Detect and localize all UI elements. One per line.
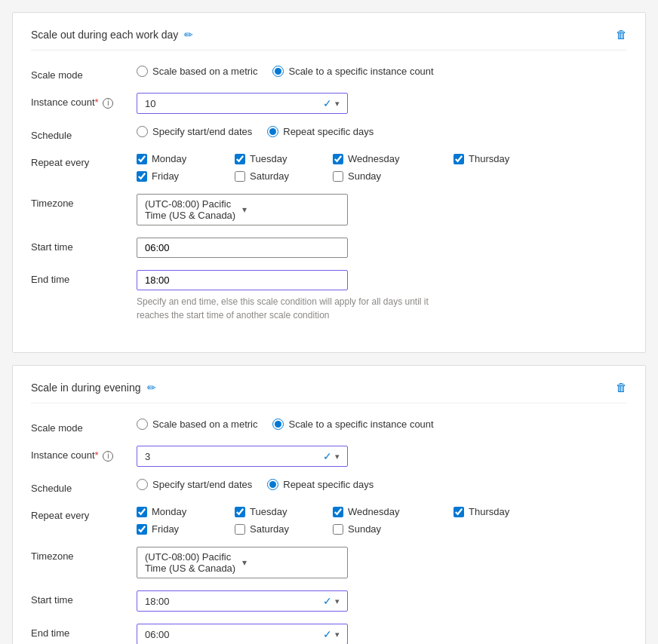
card1-scale-mode-row: Scale mode Scale based on a metric Scale…	[31, 66, 627, 81]
card1-repeat-specific-label: Repeat specific days	[283, 126, 374, 137]
card2-scale-specific-radio[interactable]	[272, 419, 284, 430]
card2-day-monday[interactable]: Monday	[137, 506, 235, 517]
card2-schedule-control: Specify start/end dates Repeat specific …	[137, 479, 627, 490]
card1-timezone-control: (UTC-08:00) Pacific Time (US & Canada) ▾	[137, 194, 627, 225]
card2-end-chevron-icon: ▾	[335, 630, 340, 639]
card2-edit-icon[interactable]: ✏	[147, 382, 156, 394]
card2-start-time-row: Start time 18:00 ✓ ▾	[31, 590, 627, 612]
card1-saturday-checkbox[interactable]	[235, 171, 245, 182]
card2-thursday-checkbox[interactable]	[454, 507, 464, 517]
card2-wednesday-checkbox[interactable]	[333, 507, 343, 517]
card1-scale-based-radio[interactable]	[137, 66, 148, 77]
card1-day-sunday[interactable]: Sunday	[333, 170, 454, 182]
card2-header: Scale in during evening ✏ 🗑	[31, 381, 627, 403]
card1-chevron-icon: ▾	[335, 99, 340, 109]
card1-friday-label: Friday	[152, 170, 179, 182]
card1-repeat-specific-radio[interactable]	[267, 126, 278, 137]
card1-timezone-row: Timezone (UTC-08:00) Pacific Time (US & …	[31, 194, 627, 225]
card2-scale-specific-option[interactable]: Scale to a specific instance count	[272, 419, 433, 430]
card2-tuesday-checkbox[interactable]	[235, 507, 245, 517]
card1-instance-value: 10	[145, 98, 323, 109]
card1-scale-specific-label: Scale to a specific instance count	[288, 66, 433, 77]
card1-end-time-label: End time	[31, 270, 137, 285]
card1-start-time-input[interactable]	[137, 238, 348, 258]
card1-saturday-label: Saturday	[250, 170, 289, 182]
card1-hint-text: Specify an end time, else this scale con…	[137, 295, 454, 322]
card1-scale-mode-label: Scale mode	[31, 66, 137, 81]
card1-timezone-label: Timezone	[31, 194, 137, 209]
card2-monday-checkbox[interactable]	[137, 507, 147, 517]
card1-instance-select[interactable]: 10 ✓ ▾	[137, 93, 348, 114]
scale-out-card: Scale out during each work day ✏ 🗑 Scale…	[12, 12, 646, 353]
card1-checkbox-group: Monday Tuesday Wednesday Thursday Friday	[137, 153, 627, 182]
card1-end-time-input[interactable]	[137, 270, 348, 290]
card2-day-friday[interactable]: Friday	[137, 523, 235, 535]
card1-scale-mode-control: Scale based on a metric Scale to a speci…	[137, 66, 627, 77]
card2-specify-dates-radio[interactable]	[137, 479, 148, 490]
card1-specify-dates-radio[interactable]	[137, 126, 148, 137]
card1-end-time-row: End time Specify an end time, else this …	[31, 270, 627, 322]
card2-delete-icon[interactable]: 🗑	[616, 381, 627, 394]
card2-start-check-icon: ✓	[323, 595, 332, 607]
card2-friday-checkbox[interactable]	[137, 524, 147, 535]
card1-day-wednesday[interactable]: Wednesday	[333, 153, 454, 164]
card1-friday-checkbox[interactable]	[137, 171, 147, 182]
card1-day-monday[interactable]: Monday	[137, 153, 235, 164]
card2-instance-label: Instance count* i	[31, 446, 137, 462]
card2-timezone-label: Timezone	[31, 547, 137, 562]
card1-day-saturday[interactable]: Saturday	[235, 170, 333, 182]
card1-sunday-checkbox[interactable]	[333, 171, 343, 182]
card2-start-time-value: 18:00	[145, 596, 323, 607]
card1-sunday-label: Sunday	[348, 170, 381, 182]
card2-sunday-checkbox[interactable]	[333, 524, 343, 535]
card1-specify-dates-label: Specify start/end dates	[152, 126, 252, 137]
card2-scale-mode-control: Scale based on a metric Scale to a speci…	[137, 419, 627, 430]
card2-start-time-control: 18:00 ✓ ▾	[137, 590, 627, 612]
card1-wednesday-checkbox[interactable]	[333, 154, 343, 164]
card2-day-tuesday[interactable]: Tuesday	[235, 506, 333, 517]
card2-repeat-specific-option[interactable]: Repeat specific days	[267, 479, 374, 490]
card1-repeat-every-row: Repeat every Monday Tuesday Wednesday Th…	[31, 153, 627, 182]
card1-header: Scale out during each work day ✏ 🗑	[31, 28, 627, 51]
card2-day-thursday[interactable]: Thursday	[454, 506, 552, 517]
card2-day-saturday[interactable]: Saturday	[235, 523, 333, 535]
card2-timezone-select[interactable]: (UTC-08:00) Pacific Time (US & Canada) ▾	[137, 547, 348, 578]
card1-delete-icon[interactable]: 🗑	[616, 28, 627, 41]
card2-end-time-select[interactable]: 06:00 ✓ ▾	[137, 624, 348, 644]
card2-repeat-every-label: Repeat every	[31, 506, 137, 521]
card2-day-wednesday[interactable]: Wednesday	[333, 506, 454, 517]
card1-specify-dates-option[interactable]: Specify start/end dates	[137, 126, 252, 137]
card2-specify-dates-option[interactable]: Specify start/end dates	[137, 479, 252, 490]
card2-instance-info-icon[interactable]: i	[103, 451, 113, 462]
card1-scale-specific-option[interactable]: Scale to a specific instance count	[272, 66, 433, 77]
card2-day-sunday[interactable]: Sunday	[333, 523, 454, 535]
card2-specify-dates-label: Specify start/end dates	[152, 479, 252, 490]
card1-scale-based-option[interactable]: Scale based on a metric	[137, 66, 257, 77]
card1-day-thursday[interactable]: Thursday	[454, 153, 552, 164]
card1-end-time-control: Specify an end time, else this scale con…	[137, 270, 627, 322]
card2-scale-mode-row: Scale mode Scale based on a metric Scale…	[31, 419, 627, 434]
card2-days-control: Monday Tuesday Wednesday Thursday Friday	[137, 506, 627, 535]
card1-thursday-checkbox[interactable]	[454, 154, 464, 164]
card2-scale-mode-label: Scale mode	[31, 419, 137, 434]
card1-instance-info-icon[interactable]: i	[103, 98, 113, 109]
card1-edit-icon[interactable]: ✏	[184, 29, 193, 41]
card2-start-time-select[interactable]: 18:00 ✓ ▾	[137, 590, 348, 612]
card1-scale-based-label: Scale based on a metric	[152, 66, 257, 77]
card2-schedule-row: Schedule Specify start/end dates Repeat …	[31, 479, 627, 494]
card2-scale-based-label: Scale based on a metric	[152, 419, 257, 430]
card1-day-friday[interactable]: Friday	[137, 170, 235, 182]
card2-scale-based-radio[interactable]	[137, 419, 148, 430]
card1-timezone-select[interactable]: (UTC-08:00) Pacific Time (US & Canada) ▾	[137, 194, 348, 225]
card2-instance-select[interactable]: 3 ✓ ▾	[137, 446, 348, 467]
card1-monday-checkbox[interactable]	[137, 154, 147, 164]
card1-day-tuesday[interactable]: Tuesday	[235, 153, 333, 164]
card1-tuesday-checkbox[interactable]	[235, 154, 245, 164]
card1-scale-specific-radio[interactable]	[272, 66, 284, 77]
card2-repeat-specific-radio[interactable]	[267, 479, 278, 490]
card1-timezone-value: (UTC-08:00) Pacific Time (US & Canada)	[145, 198, 242, 221]
card2-scale-based-option[interactable]: Scale based on a metric	[137, 419, 257, 430]
card2-wednesday-label: Wednesday	[348, 506, 399, 517]
card1-repeat-specific-option[interactable]: Repeat specific days	[267, 126, 374, 137]
card2-saturday-checkbox[interactable]	[235, 524, 245, 535]
